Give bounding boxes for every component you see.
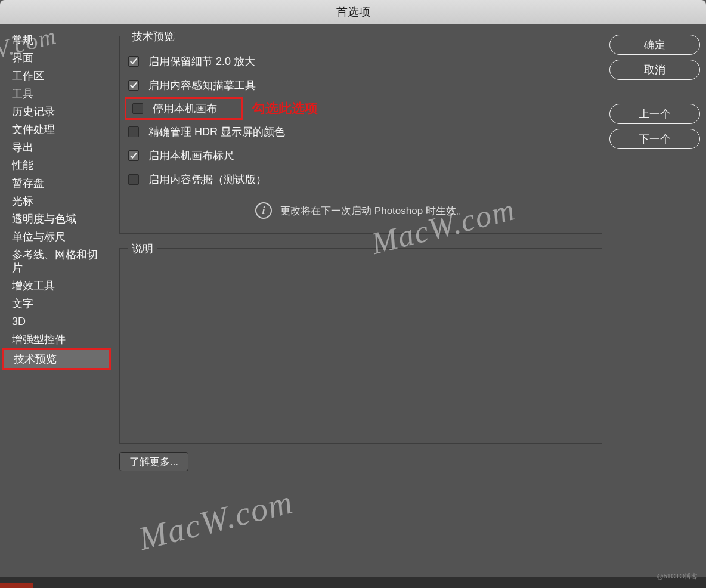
checkbox-icon[interactable] — [128, 174, 139, 185]
sidebar-item-scratchdisks[interactable]: 暂存盘 — [2, 174, 112, 192]
checkbox-row-content-credentials[interactable]: 启用内容凭据（测试版） — [128, 168, 593, 191]
prev-button[interactable]: 上一个 — [609, 104, 700, 124]
sidebar-item-performance[interactable]: 性能 — [2, 156, 112, 174]
checkbox-label: 启用本机画布标尺 — [148, 148, 234, 163]
window-title: 首选项 — [336, 4, 370, 20]
description-fieldset: 说明 — [119, 248, 602, 444]
sidebar-item-techpreview[interactable]: 技术预览 — [2, 348, 111, 370]
checkbox-label: 精确管理 HDR 显示屏的颜色 — [148, 125, 285, 139]
sidebar-item-units[interactable]: 单位与标尺 — [2, 228, 112, 246]
checkbox-row-preserve-details[interactable]: 启用保留细节 2.0 放大 — [128, 49, 593, 73]
learn-more-button[interactable]: 了解更多... — [119, 452, 188, 471]
checkbox-label: 启用内容感知描摹工具 — [148, 78, 256, 92]
footer-credit: @51CTO博客 — [657, 572, 698, 581]
checkbox-label: 停用本机画布 — [153, 101, 217, 116]
sidebar-item-filehandling[interactable]: 文件处理 — [2, 120, 112, 138]
sidebar-item-general[interactable]: 常规 — [2, 31, 112, 49]
checkbox-icon[interactable] — [132, 103, 143, 114]
main-panel: 技术预览 启用保留细节 2.0 放大 启用内容感知描摹工具 停用本机 — [112, 29, 609, 578]
sidebar-item-cursors[interactable]: 光标 — [2, 192, 112, 210]
sidebar-item-transparency[interactable]: 透明度与色域 — [2, 210, 112, 228]
sidebar-item-type[interactable]: 文字 — [2, 295, 112, 312]
checkbox-icon[interactable] — [128, 80, 139, 91]
checkbox-row-native-rulers[interactable]: 启用本机画布标尺 — [128, 144, 593, 168]
fieldset-legend: 技术预览 — [128, 29, 178, 44]
sidebar-item-guides[interactable]: 参考线、网格和切片 — [2, 246, 112, 277]
sidebar-item-workspace[interactable]: 工作区 — [2, 67, 112, 85]
sidebar-item-export[interactable]: 导出 — [2, 138, 112, 156]
dialog-buttons: 确定 取消 上一个 下一个 — [609, 29, 700, 578]
annotation-text: 勾选此选项 — [252, 100, 318, 117]
checkbox-icon[interactable] — [128, 126, 139, 137]
next-button[interactable]: 下一个 — [609, 129, 700, 149]
checkbox-label: 启用保留细节 2.0 放大 — [148, 54, 255, 69]
ok-button[interactable]: 确定 — [609, 35, 700, 55]
checkbox-icon[interactable] — [128, 56, 139, 67]
window-titlebar: 首选项 — [0, 0, 706, 24]
sidebar-item-3d[interactable]: 3D — [2, 312, 112, 330]
checkbox-row-content-aware-tracing[interactable]: 启用内容感知描摹工具 — [128, 73, 593, 97]
sidebar-item-plugins[interactable]: 增效工具 — [2, 277, 112, 295]
status-indicator — [0, 583, 33, 588]
cancel-button[interactable]: 取消 — [609, 60, 700, 80]
info-text: 更改将在下一次启动 Photoshop 时生效。 — [280, 204, 466, 218]
info-icon: i — [255, 202, 272, 219]
checkbox-icon[interactable] — [128, 150, 139, 161]
description-legend: 说明 — [128, 242, 157, 256]
sidebar-item-interface[interactable]: 界面 — [2, 49, 112, 67]
sidebar-item-history[interactable]: 历史记录 — [2, 103, 112, 120]
sidebar-item-enhanced[interactable]: 增强型控件 — [2, 330, 112, 348]
preferences-sidebar: 常规 界面 工作区 工具 历史记录 文件处理 导出 性能 暂存盘 光标 透明度与… — [2, 29, 112, 578]
checkbox-label: 启用内容凭据（测试版） — [148, 172, 267, 187]
info-row: i 更改将在下一次启动 Photoshop 时生效。 — [128, 191, 593, 222]
checkbox-row-hdr-display[interactable]: 精确管理 HDR 显示屏的颜色 — [128, 120, 593, 144]
footer-bar — [0, 577, 706, 588]
tech-preview-fieldset: 技术预览 启用保留细节 2.0 放大 启用内容感知描摹工具 停用本机 — [119, 36, 602, 234]
checkbox-row-disable-native-canvas[interactable]: 停用本机画布 — [125, 97, 243, 120]
sidebar-item-tools[interactable]: 工具 — [2, 85, 112, 103]
